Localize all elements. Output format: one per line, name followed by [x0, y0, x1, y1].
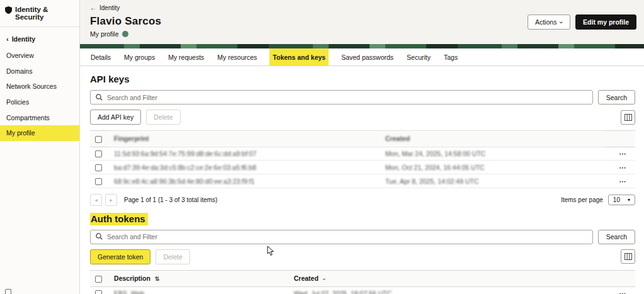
- tab-my-groups[interactable]: My groups: [123, 48, 155, 65]
- row-checkbox[interactable]: [95, 164, 102, 171]
- fingerprint-column-header[interactable]: Fingerprint: [109, 131, 380, 147]
- auth-tokens-table: Description ⇅ Created › EBS_Web: [90, 270, 635, 294]
- api-keys-search-input[interactable]: [107, 94, 587, 101]
- auth-tokens-column-settings-button[interactable]: [621, 249, 635, 264]
- decorative-banner: [80, 44, 644, 48]
- api-keys-search-button[interactable]: Search: [598, 90, 635, 105]
- add-api-key-button[interactable]: Add API key: [90, 110, 141, 125]
- api-keys-search-row: Search: [90, 90, 635, 105]
- main-area: ← Identity Flavio Sarcos My profile Acti…: [80, 0, 644, 294]
- breadcrumb[interactable]: ← Identity: [90, 4, 635, 11]
- tab-my-requests[interactable]: My requests: [167, 48, 205, 65]
- sidebar-item-my-profile[interactable]: My profile: [0, 125, 79, 141]
- content: API keys Search Add API key Delete: [80, 66, 644, 294]
- row-actions-menu[interactable]: ⋯: [605, 161, 635, 174]
- api-keys-header-row: Fingerprint Created: [90, 131, 635, 147]
- actions-button-label: Actions: [535, 18, 556, 26]
- page-next-button[interactable]: ▶: [105, 194, 117, 206]
- created-cell: Mon, Mar 24, 2025, 14:58:00 UTC: [380, 147, 605, 161]
- tab-security[interactable]: Security: [406, 48, 431, 65]
- identity-security-icon: [5, 6, 12, 15]
- api-keys-title: API keys: [90, 74, 635, 84]
- tab-my-resources[interactable]: My resources: [217, 48, 257, 65]
- page-prev-button[interactable]: ◀: [90, 194, 102, 206]
- row-actions-menu[interactable]: ⋯: [605, 286, 635, 294]
- fingerprint-cell: 11:5d:93:6a:9d:54:7e:75:99:d8:de:6c:dd:a…: [109, 147, 380, 161]
- sidebar-back-label: Identity: [12, 35, 35, 43]
- sidebar-footer-icon[interactable]: [5, 289, 11, 294]
- sidebar-item-overview[interactable]: Overview: [0, 48, 79, 64]
- row-checkbox[interactable]: [95, 150, 102, 157]
- sort-updown-icon: ⇅: [155, 276, 160, 282]
- items-per-page: Items per page 10 ▾: [561, 195, 635, 205]
- sidebar-title: Identity & Security: [0, 0, 79, 27]
- back-arrow-icon: ←: [90, 4, 96, 11]
- select-all-checkbox[interactable]: [95, 136, 102, 143]
- row-actions-menu[interactable]: ⋯: [605, 147, 635, 161]
- page-header: ← Identity Flavio Sarcos My profile Acti…: [80, 0, 644, 44]
- sort-desc-icon: ›: [321, 278, 327, 280]
- auth-tokens-search-input[interactable]: [107, 233, 587, 240]
- description-cell: EBS_Web: [109, 286, 289, 294]
- select-all-checkbox[interactable]: [95, 276, 102, 283]
- auth-tokens-title: Auth tokens: [90, 213, 635, 224]
- row-checkbox[interactable]: [95, 290, 102, 294]
- fingerprint-cell: 68:9c:e8:4c:a8:96:3b:5d:4e:80:d0:ee:a3:2…: [109, 174, 380, 188]
- page-subtitle: My profile: [90, 30, 635, 38]
- search-icon: [96, 231, 103, 242]
- generate-token-button[interactable]: Generate token: [90, 249, 150, 264]
- created-header-label: Created: [294, 274, 319, 282]
- items-per-page-select[interactable]: 10 ▾: [608, 195, 635, 205]
- api-keys-pagination: ◀ ▶ Page 1 of 1 (1 - 3 of 3 total items)…: [90, 188, 635, 211]
- sidebar-item-policies[interactable]: Policies: [0, 94, 79, 110]
- sidebar-title-label: Identity & Security: [15, 6, 73, 21]
- sidebar-back-link[interactable]: ‹ Identity: [0, 27, 79, 48]
- auth-tokens-title-label: Auth tokens: [90, 213, 148, 225]
- api-keys-delete-button[interactable]: Delete: [146, 110, 180, 125]
- sidebar-item-network-sources[interactable]: Network Sources: [0, 79, 79, 94]
- header-actions: Actions › Edit my profile: [528, 14, 636, 30]
- auth-tokens-toolbar: Generate token Delete: [90, 249, 635, 264]
- sidebar-item-domains[interactable]: Domains: [0, 64, 79, 79]
- dropdown-caret-icon: ▾: [628, 197, 630, 203]
- auth-tokens-delete-button[interactable]: Delete: [155, 249, 189, 264]
- table-row[interactable]: EBS_Web Wed, Jul 02, 2025, 18:07:56 UTC …: [90, 286, 635, 294]
- sidebar-item-compartments[interactable]: Compartments: [0, 110, 79, 126]
- tab-tokens-and-keys[interactable]: Tokens and keys: [269, 48, 329, 65]
- tab-saved-passwords[interactable]: Saved passwords: [341, 48, 394, 65]
- created-column-header[interactable]: Created: [380, 131, 605, 147]
- description-header-label: Description: [114, 274, 150, 282]
- created-column-header[interactable]: Created ›: [289, 270, 605, 286]
- columns-icon: [624, 253, 632, 260]
- columns-icon: [624, 114, 632, 121]
- search-icon: [96, 92, 103, 103]
- tab-tags[interactable]: Tags: [443, 48, 458, 65]
- edit-my-profile-button[interactable]: Edit my profile: [575, 14, 636, 30]
- auth-tokens-search-box[interactable]: [90, 230, 593, 244]
- auth-tokens-header-row: Description ⇅ Created ›: [90, 270, 635, 286]
- app-window: Identity & Security ‹ Identity Overview …: [0, 0, 644, 294]
- pagination-summary: Page 1 of 1 (1 - 3 of 3 total items): [124, 196, 217, 203]
- auth-tokens-search-button[interactable]: Search: [598, 230, 635, 244]
- items-per-page-label: Items per page: [561, 196, 603, 203]
- description-column-header[interactable]: Description ⇅: [109, 270, 289, 286]
- row-checkbox[interactable]: [95, 178, 102, 185]
- actions-button[interactable]: Actions ›: [528, 14, 570, 30]
- items-per-page-value: 10: [613, 196, 620, 203]
- api-keys-toolbar: Add API key Delete: [90, 110, 635, 125]
- auth-tokens-search-row: Search: [90, 230, 635, 244]
- chevron-down-icon: ›: [558, 21, 565, 23]
- page-subtitle-label: My profile: [90, 30, 119, 38]
- api-keys-search-box[interactable]: [90, 90, 593, 105]
- fingerprint-cell: ba:d7:39:4e:da:3d:c5:8b:c2:ce:2e:6e:03:a…: [109, 161, 380, 174]
- created-cell: Mon, Oct 21, 2024, 16:44:05 UTC: [380, 161, 605, 174]
- table-row[interactable]: 68:9c:e8:4c:a8:96:3b:5d:4e:80:d0:ee:a3:2…: [90, 174, 635, 188]
- api-keys-column-settings-button[interactable]: [621, 110, 635, 125]
- row-actions-menu[interactable]: ⋯: [605, 174, 635, 188]
- edit-my-profile-label: Edit my profile: [583, 18, 629, 26]
- info-icon[interactable]: [122, 31, 128, 37]
- table-row[interactable]: 11:5d:93:6a:9d:54:7e:75:99:d8:de:6c:dd:a…: [90, 147, 635, 161]
- tab-details[interactable]: Details: [90, 48, 111, 65]
- api-keys-table: Fingerprint Created 11:5d:93:6a:9d:54:7e…: [90, 130, 635, 188]
- table-row[interactable]: ba:d7:39:4e:da:3d:c5:8b:c2:ce:2e:6e:03:a…: [90, 161, 635, 174]
